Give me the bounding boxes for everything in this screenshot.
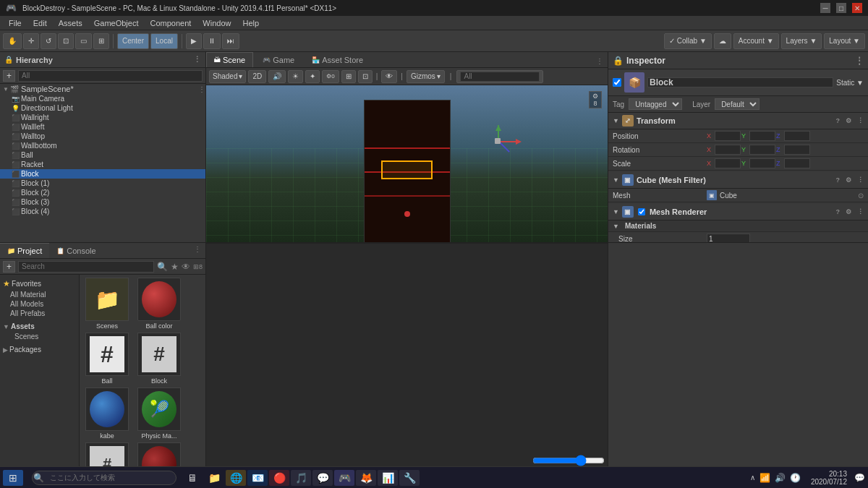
hierarchy-menu[interactable]: ⋮ (193, 55, 201, 64)
scene-panel-menu[interactable]: ⋮ (592, 55, 608, 67)
scale-z[interactable]: 1 (784, 158, 810, 168)
asset-ball-color[interactable]: Ball color (135, 278, 184, 330)
renderer-help[interactable]: ? (836, 208, 841, 215)
start-button[interactable]: ⊞ (3, 470, 23, 486)
hierarchy-add-button[interactable]: + (3, 70, 15, 82)
packages-label[interactable]: ▶ Packages (0, 344, 79, 355)
rotate-tool[interactable]: ↺ (41, 33, 56, 49)
hierarchy-item-wallleft[interactable]: ⬛ Wallleft (0, 122, 205, 132)
tab-scene[interactable]: 🏔 Scene (206, 52, 253, 67)
hierarchy-item-block3[interactable]: ⬛ Block (3) (0, 197, 205, 207)
rotation-x[interactable]: 0 (715, 145, 741, 155)
hierarchy-item-wallbottom[interactable]: ⬛ Wallbottom (0, 141, 205, 150)
renderer-enabled[interactable] (638, 208, 645, 215)
favorites-label[interactable]: ★ Favorites (0, 278, 79, 290)
snap-toggle[interactable]: ⊡ (358, 70, 373, 83)
center-toggle[interactable]: Center (117, 33, 149, 49)
account-dropdown[interactable]: Account ▼ (733, 33, 779, 49)
scene-settings[interactable]: ⚙ 0 (322, 70, 339, 83)
hierarchy-item-block[interactable]: ⬛ Block (0, 169, 205, 179)
transform-menu[interactable]: ⋮ (857, 117, 864, 124)
transform-settings[interactable]: ⚙ (846, 117, 851, 124)
play-button[interactable]: ▶ (186, 33, 202, 49)
menu-component[interactable]: Component (144, 16, 197, 30)
scene-viewport[interactable]: ⚙ 8 (206, 85, 608, 242)
taskbar-app-explorer[interactable]: 🖥 (182, 470, 203, 486)
size-icon[interactable]: ⊞8 (193, 263, 203, 270)
fx-toggle[interactable]: ✦ (305, 70, 320, 83)
menu-gameobject[interactable]: GameObject (88, 16, 145, 30)
hierarchy-item-racket[interactable]: ⬛ Racket (0, 160, 205, 169)
audio-toggle[interactable]: 🔊 (268, 70, 286, 83)
star-icon[interactable]: ★ (171, 262, 179, 272)
position-z[interactable]: 0 (784, 131, 810, 141)
object-name-field[interactable] (647, 77, 833, 87)
light-toggle[interactable]: ☀ (288, 70, 303, 83)
maximize-button[interactable]: □ (836, 3, 846, 13)
mesh-picker-icon[interactable]: ⊙ (858, 192, 864, 200)
meshfilter-help[interactable]: ? (836, 176, 841, 184)
layer-select[interactable]: Default (715, 98, 760, 110)
meshfilter-menu[interactable]: ⋮ (857, 176, 864, 184)
notification-icon[interactable]: 💬 (854, 473, 865, 483)
scale-x[interactable]: 8.5 (715, 158, 741, 168)
assets-label[interactable]: ▼ Assets (0, 321, 79, 332)
hierarchy-item-block1[interactable]: ⬛ Block (1) (0, 179, 205, 188)
eye-icon[interactable]: 👁 (182, 262, 190, 272)
taskbar-app-3[interactable]: 🔴 (269, 470, 289, 486)
taskbar-app-5[interactable]: 💬 (312, 470, 333, 486)
menu-assets[interactable]: Assets (53, 16, 88, 30)
scale-y[interactable]: 3 (749, 158, 775, 168)
layout-dropdown[interactable]: Layout ▼ (824, 33, 865, 49)
menu-help[interactable]: Help (237, 16, 265, 30)
asset-physic[interactable]: 🎾 Physic Ma... (135, 388, 184, 440)
pause-button[interactable]: ⏸ (203, 33, 221, 49)
taskbar-search-input[interactable] (32, 471, 176, 485)
move-tool[interactable]: ✛ (23, 33, 39, 49)
taskbar-app-6[interactable]: 🦊 (356, 470, 376, 486)
object-active-toggle[interactable] (613, 78, 621, 87)
tab-asset-store[interactable]: 🏪 Asset Store (304, 52, 371, 67)
tab-project[interactable]: 📁 Project (0, 243, 49, 258)
materials-header[interactable]: ▼ Materials (608, 221, 868, 232)
hierarchy-item-block4[interactable]: ⬛ Block (4) (0, 207, 205, 216)
hierarchy-item-main-camera[interactable]: 📷 Main Camera (0, 94, 205, 103)
project-add-button[interactable]: + (3, 261, 15, 273)
gizmos-dropdown[interactable]: Gizmos ▾ (407, 70, 445, 83)
hierarchy-item-walltop[interactable]: ⬛ Walltop (0, 132, 205, 141)
tab-console[interactable]: 📋 Console (49, 243, 103, 258)
speaker-icon[interactable]: 🔊 (775, 473, 786, 483)
collab-dropdown[interactable]: ✓ Collab ▼ (664, 33, 712, 49)
menu-edit[interactable]: Edit (27, 16, 53, 30)
mesh-renderer-header[interactable]: ▼ ▣ Mesh Renderer ? ⚙ ⋮ (608, 204, 868, 221)
2d-toggle[interactable]: 2D (248, 70, 266, 83)
taskbar-app-8[interactable]: 🔧 (399, 470, 420, 486)
menu-window[interactable]: Window (197, 16, 237, 30)
project-search[interactable] (18, 261, 154, 273)
inspector-lock-icon[interactable]: 🔒 (613, 56, 624, 66)
chevron-icon[interactable]: ∧ (750, 474, 755, 481)
cloud-button[interactable]: ☁ (714, 33, 731, 49)
all-material-item[interactable]: All Material (0, 290, 79, 299)
taskbar-app-chrome[interactable]: 🌐 (226, 470, 246, 486)
mesh-filter-header[interactable]: ▼ ▣ Cube (Mesh Filter) ? ⚙ ⋮ (608, 172, 868, 189)
local-toggle[interactable]: Local (150, 33, 178, 49)
asset-wall[interactable]: Wall (135, 442, 184, 466)
asset-block[interactable]: # Block (135, 333, 184, 385)
rotation-y[interactable]: 0 (749, 145, 775, 155)
scene-menu-icon[interactable]: ⋮ (198, 85, 205, 93)
minimize-button[interactable]: ─ (820, 3, 830, 13)
taskbar-app-7[interactable]: 📊 (378, 470, 398, 486)
taskbar-app-mail[interactable]: 📧 (247, 470, 268, 486)
all-prefabs-item[interactable]: All Prefabs (0, 309, 79, 318)
eye-toggle[interactable]: 👁 (381, 70, 397, 83)
tag-select[interactable]: Untagged (629, 98, 682, 110)
hierarchy-item-wallright[interactable]: ⬛ Wallright (0, 113, 205, 122)
scene-root-item[interactable]: ▼ 🎬 SampleScene* ⋮ (0, 84, 205, 94)
search-filter-icon[interactable]: 🔍 (157, 262, 168, 272)
transform-section-header[interactable]: ▼ ⤢ Transform ? ⚙ ⋮ (608, 113, 868, 129)
viewport-settings-btn[interactable]: ⚙ 8 (589, 91, 602, 108)
renderer-settings[interactable]: ⚙ (846, 208, 851, 215)
asset-scenes[interactable]: 📁 Scenes (82, 278, 132, 330)
all-models-item[interactable]: All Models (0, 299, 79, 309)
